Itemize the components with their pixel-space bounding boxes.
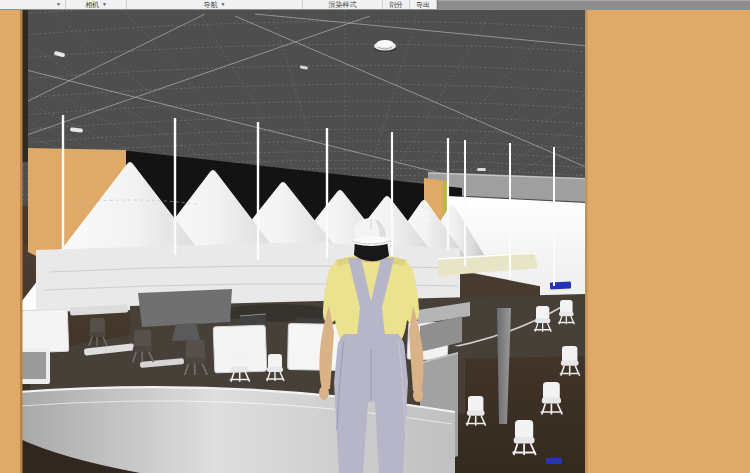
camera-button[interactable]: 相机 ▼ <box>66 0 127 9</box>
navigation-button[interactable]: 导航 ▼ <box>127 0 303 9</box>
viewport-3d[interactable] <box>0 10 750 473</box>
render-style-button[interactable]: 渲染样式 <box>303 0 383 9</box>
chevron-down-icon: ▼ <box>56 0 61 9</box>
chevron-down-icon: ▼ <box>221 0 226 9</box>
left-wall <box>0 10 22 473</box>
toolbar: ▼ 相机 ▼ 导航 ▼ 渲染样式 剖分 导出 <box>0 0 750 10</box>
chevron-down-icon: ▼ <box>102 0 107 9</box>
scene-3d <box>0 10 750 473</box>
right-wall <box>585 10 750 473</box>
toolbar-spacer <box>437 0 750 9</box>
application-window: ▼ 相机 ▼ 导航 ▼ 渲染样式 剖分 导出 <box>0 0 750 473</box>
export-button[interactable]: 导出 <box>410 0 437 9</box>
monitor-back <box>138 289 232 327</box>
view-dropdown-button[interactable]: ▼ <box>0 0 66 9</box>
section-button[interactable]: 剖分 <box>383 0 410 9</box>
